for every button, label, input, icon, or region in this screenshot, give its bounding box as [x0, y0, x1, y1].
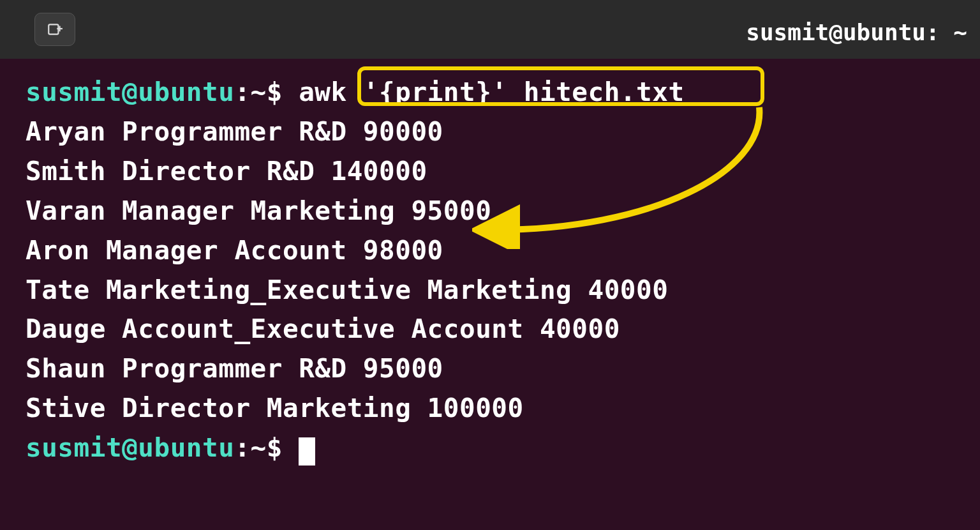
svg-rect-0: [48, 24, 58, 34]
output-row: Dauge Account_Executive Account 40000: [26, 310, 954, 349]
terminal-area[interactable]: susmit@ubuntu:~$ awk '{print}' hitech.tx…: [0, 59, 980, 468]
prompt-symbol: $: [267, 77, 283, 107]
prompt-symbol: $: [267, 432, 283, 463]
titlebar: susmit@ubuntu: ~: [0, 0, 980, 59]
output-row: Smith Director R&D 140000: [26, 152, 954, 192]
output-row: Tate Marketing_Executive Marketing 40000: [26, 271, 954, 310]
terminal-cursor: [299, 437, 315, 466]
prompt-path: ~: [251, 432, 267, 463]
prompt-separator: :: [234, 77, 250, 107]
new-tab-icon: [47, 21, 63, 38]
output-row: Shaun Programmer R&D 95000: [26, 349, 954, 389]
entered-command: awk '{print}' hitech.txt: [299, 77, 684, 107]
output-row: Stive Director Marketing 100000: [26, 389, 954, 428]
prompt-userhost: susmit@ubuntu: [26, 77, 234, 107]
prompt-separator: :: [234, 432, 250, 463]
output-row: Varan Manager Marketing 95000: [26, 192, 954, 231]
prompt-path: ~: [251, 77, 267, 107]
prompt-userhost: susmit@ubuntu: [26, 432, 234, 463]
new-tab-button[interactable]: [34, 13, 75, 46]
command-line-2: susmit@ubuntu:~$: [26, 428, 954, 468]
window-title: susmit@ubuntu: ~: [746, 19, 967, 45]
output-row: Aryan Programmer R&D 90000: [26, 112, 954, 152]
command-line-1: susmit@ubuntu:~$ awk '{print}' hitech.tx…: [26, 73, 954, 112]
output-row: Aron Manager Account 98000: [26, 231, 954, 271]
